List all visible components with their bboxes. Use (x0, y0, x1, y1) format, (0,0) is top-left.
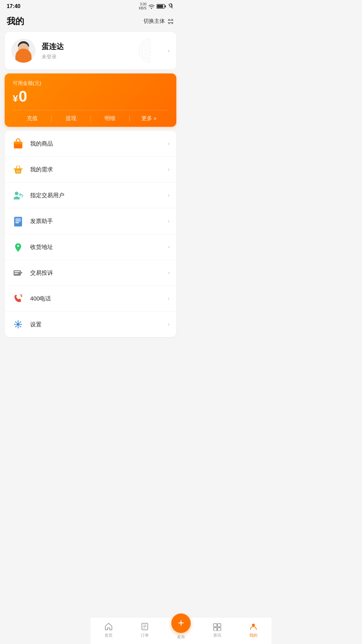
withdraw-button[interactable]: 提现 (52, 110, 90, 127)
finance-amount: ¥0 (13, 89, 168, 104)
finance-label: 可用金额(元) (13, 80, 168, 87)
yen-symbol: ¥ (13, 93, 18, 104)
menu-item-my-needs[interactable]: 我的需求 › (5, 157, 176, 182)
svg-point-20 (17, 323, 20, 326)
profile-info: 蛋连达 未登录 (42, 42, 64, 60)
battery-icon (157, 4, 166, 9)
settings-icon (11, 318, 25, 331)
arrow-icon: › (168, 166, 170, 172)
page-title: 我的 (7, 15, 24, 27)
menu-item-settings[interactable]: 设置 › (5, 312, 176, 337)
user-exchange-icon (11, 189, 25, 202)
svg-rect-14 (15, 222, 19, 223)
page-header: 我的 切换主体 (0, 12, 181, 32)
invoice-icon (11, 214, 25, 228)
amount-value: 0 (19, 88, 27, 105)
arrow-icon: › (168, 244, 170, 250)
status-bar: 17:40 3.00KB/S (0, 0, 181, 12)
arrow-icon: › (168, 270, 170, 276)
my-products-label: 我的商品 (30, 140, 168, 148)
avatar-body (15, 49, 32, 63)
complaint-icon (11, 266, 25, 279)
trade-user-label: 指定交易用户 (30, 192, 168, 199)
svg-rect-5 (14, 142, 22, 144)
switch-icon (167, 18, 174, 24)
profile-card[interactable]: 蛋连达 未登录 › (5, 32, 176, 69)
fingerprint-decoration (136, 36, 166, 66)
profile-name: 蛋连达 (42, 42, 64, 52)
menu-item-my-products[interactable]: 我的商品 › (5, 131, 176, 157)
arrow-icon: › (168, 296, 170, 302)
profile-arrow-icon: › (168, 47, 170, 54)
bag-icon (11, 137, 25, 150)
menu-item-phone[interactable]: 400电话 › (5, 286, 176, 312)
menu-item-invoice[interactable]: 发票助手 › (5, 208, 176, 234)
invoice-label: 发票助手 (30, 217, 168, 225)
svg-point-9 (15, 192, 18, 195)
switch-entity-button[interactable]: 切换主体 (143, 18, 174, 25)
phone-icon (11, 292, 25, 305)
finance-actions: 充值 提现 明细 更多 » (13, 110, 168, 127)
svg-rect-12 (15, 219, 21, 220)
svg-rect-1 (165, 5, 166, 7)
arrow-icon: › (168, 192, 170, 198)
recharge-button[interactable]: 充值 (13, 110, 51, 127)
network-speed: 3.00KB/S (139, 2, 146, 10)
address-label: 收货地址 (30, 243, 168, 251)
arrow-icon: › (168, 141, 170, 147)
switch-label: 切换主体 (143, 18, 165, 25)
arrow-icon: › (168, 218, 170, 224)
wifi-icon (148, 4, 155, 9)
status-time: 17:40 (7, 3, 20, 9)
basket-icon (11, 163, 25, 176)
svg-point-16 (17, 245, 19, 247)
svg-rect-13 (15, 220, 21, 221)
menu-item-address[interactable]: 收货地址 › (5, 234, 176, 260)
complaint-label: 交易投诉 (30, 269, 168, 277)
arrow-icon: › (168, 321, 170, 327)
silent-icon (168, 3, 174, 9)
svg-rect-19 (14, 273, 18, 274)
finance-card: 可用金额(元) ¥0 充值 提现 明细 更多 » (5, 73, 176, 127)
menu-item-trade-user[interactable]: 指定交易用户 › (5, 182, 176, 208)
phone-label: 400电话 (30, 295, 168, 303)
more-button[interactable]: 更多 » (130, 110, 168, 127)
svg-rect-2 (157, 5, 163, 8)
svg-rect-18 (14, 271, 20, 272)
settings-label: 设置 (30, 321, 168, 328)
svg-rect-11 (14, 217, 22, 226)
detail-button[interactable]: 明细 (91, 110, 129, 127)
profile-left: 蛋连达 未登录 (11, 39, 64, 63)
status-icons: 3.00KB/S (139, 2, 174, 10)
menu-item-complaint[interactable]: 交易投诉 › (5, 260, 176, 286)
svg-point-10 (19, 194, 21, 196)
menu-list: 我的商品 › 我的需求 › 指定交 (5, 131, 176, 337)
my-needs-label: 我的需求 (30, 166, 168, 173)
avatar (11, 39, 36, 63)
location-icon (11, 240, 25, 254)
profile-status: 未登录 (42, 54, 64, 60)
